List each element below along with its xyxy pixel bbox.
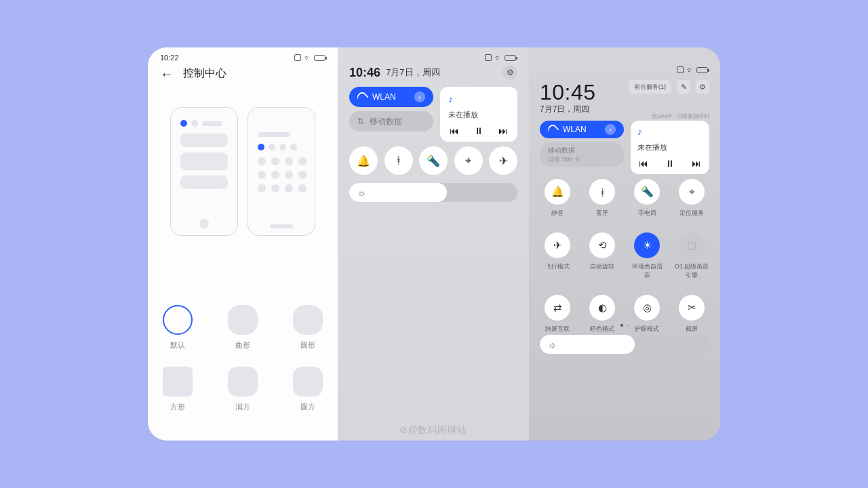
mobile-data-toggle[interactable]: ⇅ 移动数据: [349, 111, 433, 131]
sim-status: 无SIM卡 · 仅限紧急呼叫: [652, 113, 709, 120]
chevron-right-icon[interactable]: ›: [414, 92, 425, 102]
data-icon: ⇅: [357, 117, 364, 126]
foreground-chip[interactable]: 前台服务(1): [629, 80, 671, 94]
chevron-right-icon[interactable]: ›: [605, 124, 616, 135]
quick-settings-row: WLAN › 移动数据 没有 SIM 卡 ♪ 未在播放 ⏮ ⏸ ⏭: [540, 121, 709, 174]
icon-shape-grid: 默认 曲形 圆形 方形 润方 圆方: [148, 305, 338, 412]
nfc-icon: [294, 54, 301, 61]
shape-option-circle[interactable]: 圆形: [284, 305, 332, 350]
toggle-icon: ◎: [634, 295, 660, 321]
media-card[interactable]: ♪ 未在播放 ⏮ ⏸ ⏭: [440, 87, 517, 142]
toggle-item[interactable]: ▢O1 超级画质引擎: [674, 232, 709, 280]
wlan-toggle[interactable]: WLAN ›: [540, 121, 624, 138]
settings-icon[interactable]: ⚙: [502, 65, 517, 80]
preview-card-style[interactable]: [170, 107, 238, 236]
next-track-icon[interactable]: ⏭: [498, 125, 508, 136]
shape-option-square[interactable]: 方形: [154, 367, 201, 412]
brightness-icon: ☼: [357, 187, 366, 198]
panel-control-center-settings: 10:22 ᯤ ← 控制中心: [148, 47, 338, 441]
toggle-item[interactable]: ⇄跨屏互联: [540, 295, 575, 333]
page-header: ← 控制中心: [160, 66, 226, 81]
battery-icon: [696, 67, 708, 73]
toggle-icon: ⇄: [545, 295, 570, 321]
shape-option-smooth[interactable]: 润方: [219, 367, 267, 412]
media-status: 未在播放: [637, 142, 703, 152]
shape-option-squircle[interactable]: 圆方: [284, 367, 332, 412]
toggle-label: 静音: [551, 209, 564, 218]
toggle-item[interactable]: ☀环境色自适应: [629, 232, 665, 280]
toggle-airplane[interactable]: ✈: [489, 146, 517, 175]
toggle-grid: 🔔静音ᚼ蓝牙🔦手电筒⌖定位服务✈飞行模式⟲自动旋转☀环境色自适应▢O1 超级画质…: [540, 179, 709, 333]
music-icon: ♪: [637, 126, 703, 137]
battery-icon: [314, 55, 326, 61]
panel-control-center-expanded: ᯤ 10:45 7月7日，周四 前台服务(1) ✎ ⚙ 无SIM卡 · 仅限紧急…: [529, 47, 720, 441]
cc-date: 7月7日，周四: [540, 104, 596, 115]
toggle-icon: ▢: [679, 232, 705, 258]
edit-icon[interactable]: ✎: [677, 80, 690, 94]
toggle-item[interactable]: ◐暗色模式: [585, 295, 620, 333]
mobile-data-toggle[interactable]: 移动数据 没有 SIM 卡: [540, 142, 624, 167]
brightness-slider[interactable]: ☼: [540, 335, 709, 354]
shape-option-default[interactable]: 默认: [154, 305, 201, 350]
toggle-item[interactable]: ⟲自动旋转: [585, 232, 620, 280]
prev-track-icon[interactable]: ⏮: [639, 158, 648, 169]
toggle-item[interactable]: ◎护眼模式: [629, 295, 665, 333]
wifi-icon: [548, 125, 557, 134]
cc-time: 10:46: [349, 66, 380, 80]
toggle-item[interactable]: ✂截屏: [674, 295, 709, 333]
next-track-icon[interactable]: ⏭: [692, 158, 701, 169]
wlan-toggle[interactable]: WLAN ›: [349, 87, 433, 107]
toggle-location[interactable]: ⌖: [454, 146, 483, 175]
status-bar: ᯤ: [338, 52, 528, 64]
toggle-icon: ◐: [589, 295, 615, 321]
page-dots: [529, 324, 720, 327]
toggle-label: 飞行模式: [545, 262, 570, 271]
status-bar: ᯤ: [529, 64, 720, 76]
music-icon: ♪: [448, 94, 509, 104]
brightness-icon: ☼: [548, 339, 557, 350]
shape-option-curve[interactable]: 曲形: [219, 305, 267, 350]
toggle-label: 蓝牙: [596, 209, 608, 218]
toggle-label: 环境色自适应: [629, 262, 665, 280]
toggle-icon: ᚼ: [589, 179, 615, 205]
wifi-icon: ᯤ: [304, 54, 311, 62]
toggle-icon: ⌖: [679, 179, 705, 205]
toggle-item[interactable]: 🔦手电筒: [629, 179, 665, 218]
cc-date: 7月7日，周四: [386, 66, 439, 79]
toggle-silent[interactable]: 🔔: [349, 146, 378, 175]
status-time: 10:22: [160, 54, 179, 62]
cc-header: 10:45 7月7日，周四 前台服务(1) ✎ ⚙: [540, 80, 709, 115]
toggle-bluetooth[interactable]: ᚼ: [384, 146, 413, 175]
settings-icon[interactable]: ⚙: [696, 80, 709, 94]
toggle-row: 🔔 ᚼ 🔦 ⌖ ✈: [349, 146, 517, 175]
toggle-icon: ⟲: [589, 232, 615, 258]
toggle-icon: 🔦: [634, 179, 660, 205]
media-card[interactable]: ♪ 未在播放 ⏮ ⏸ ⏭: [631, 121, 709, 174]
toggle-flashlight[interactable]: 🔦: [419, 146, 448, 175]
media-status: 未在播放: [448, 110, 509, 120]
layout-preview-row: [148, 107, 338, 236]
preview-tile-style[interactable]: [248, 107, 315, 236]
toggle-item[interactable]: ⌖定位服务: [674, 179, 709, 218]
brightness-slider[interactable]: ☼: [349, 183, 517, 202]
toggle-label: 手电筒: [638, 209, 656, 218]
toggle-icon: 🔔: [545, 179, 570, 205]
panel-control-center-compact: ᯤ 10:46 7月7日，周四 ⚙ WLAN › ⇅ 移动数据: [338, 47, 529, 441]
toggle-icon: ✈: [545, 232, 570, 258]
screenshot-card: 10:22 ᯤ ← 控制中心: [148, 47, 720, 441]
pause-icon[interactable]: ⏸: [665, 158, 675, 169]
toggle-label: O1 超级画质引擎: [674, 262, 709, 280]
cc-time: 10:45: [540, 80, 596, 105]
nfc-icon: [677, 66, 684, 73]
pause-icon[interactable]: ⏸: [474, 125, 484, 136]
toggle-label: 定位服务: [679, 209, 704, 218]
toggle-item[interactable]: ᚼ蓝牙: [585, 179, 620, 218]
battery-icon: [505, 55, 516, 61]
watermark: ⊘@数码闲聊站: [338, 424, 528, 436]
toggle-item[interactable]: 🔔静音: [540, 179, 575, 218]
back-icon[interactable]: ←: [160, 67, 174, 81]
wifi-icon: [357, 92, 367, 102]
prev-track-icon[interactable]: ⏮: [450, 125, 459, 136]
toggle-item[interactable]: ✈飞行模式: [540, 232, 575, 280]
status-bar: 10:22 ᯤ: [148, 52, 338, 64]
